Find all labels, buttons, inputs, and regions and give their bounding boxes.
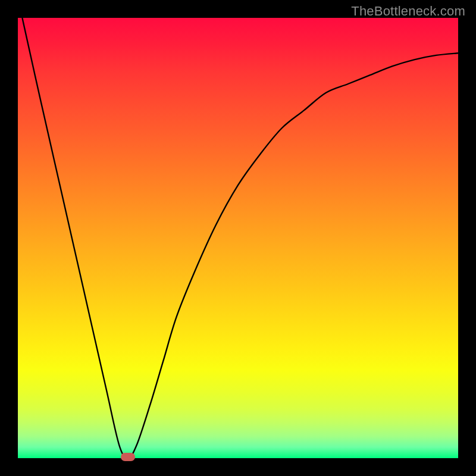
plot-area bbox=[18, 18, 458, 458]
chart-frame: TheBottleneck.com bbox=[0, 0, 476, 476]
chart-curve bbox=[22, 18, 458, 458]
chart-curve-svg bbox=[18, 18, 458, 458]
watermark-text: TheBottleneck.com bbox=[351, 4, 465, 19]
chart-marker bbox=[121, 453, 135, 461]
